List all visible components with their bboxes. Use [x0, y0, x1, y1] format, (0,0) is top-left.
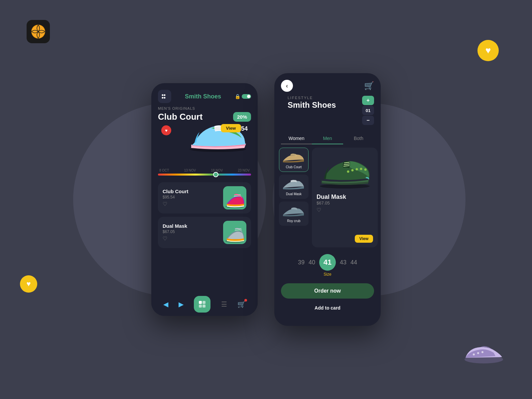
- nav-cart-icon[interactable]: 🛒: [237, 300, 246, 308]
- svg-point-2: [473, 353, 475, 355]
- svg-point-5: [162, 94, 164, 96]
- svg-point-7: [162, 97, 164, 99]
- p2-list-item-roy-crub[interactable]: Roy crub: [279, 201, 309, 226]
- order-now-button[interactable]: Order now: [281, 283, 374, 299]
- svg-point-6: [164, 94, 166, 96]
- phone-2: ‹ 🛒 LIFESTYLE Smith Shoes + 01 − Women M…: [274, 73, 381, 326]
- p2-header: ‹ 🛒: [274, 73, 381, 96]
- qty-plus-button[interactable]: +: [362, 96, 374, 105]
- p2-list-label-3: Roy crub: [287, 219, 300, 223]
- nav-cart-dot: [244, 299, 247, 302]
- toggle-switch[interactable]: [242, 94, 251, 99]
- p2-sizes: 39 40 41 43 44: [281, 254, 374, 271]
- date-nov13: 13 NOV: [184, 169, 196, 172]
- date-oct: 8 OCT: [159, 169, 169, 172]
- svg-point-31: [360, 168, 362, 170]
- p2-main-product-price: $67.05: [317, 200, 330, 205]
- p1-cards: Club Court $95.54 ♡: [151, 179, 258, 251]
- p2-cart-icon[interactable]: 🛒: [364, 81, 374, 90]
- p1-bottom-nav: ◀ ▶ ☰ 🛒: [151, 293, 258, 316]
- svg-rect-21: [199, 305, 202, 308]
- p1-header: Smith Shoes 🔒: [151, 83, 258, 106]
- p1-card-dual-mask[interactable]: Dual Mask $67.05 ♡: [158, 217, 251, 248]
- p1-card-info-2: Dual Mask $67.05 ♡: [163, 223, 223, 242]
- p2-brand-name: Smith Shoes: [288, 100, 336, 110]
- p1-menu-button[interactable]: [158, 90, 171, 103]
- tab-both[interactable]: Both: [343, 133, 374, 144]
- qty-minus-button[interactable]: −: [362, 116, 374, 125]
- date-nov18: 18 NOV: [211, 169, 223, 172]
- svg-point-3: [477, 352, 479, 354]
- add-to-card-button[interactable]: Add to card: [281, 301, 374, 315]
- p1-card-price-2: $67.05: [163, 229, 223, 234]
- basketball-icon: [27, 20, 50, 43]
- p1-shoe-area: ♥: [155, 122, 254, 165]
- svg-rect-22: [202, 305, 205, 308]
- p2-size-label: Size: [281, 272, 374, 277]
- size-41[interactable]: 41: [319, 254, 336, 271]
- heart-deco-right: ♥: [477, 40, 499, 61]
- p2-list-item-club-court[interactable]: Club Court: [279, 148, 309, 172]
- date-nov23: 23 NOV: [238, 169, 250, 172]
- p1-category: MEN'S ORIGINALS: [151, 106, 258, 110]
- phone-1: Smith Shoes 🔒 MEN'S ORIGINALS Club Court…: [151, 83, 258, 316]
- p2-main-shoe-image: [317, 156, 373, 190]
- nav-home-button[interactable]: [194, 296, 210, 313]
- p2-main-product-name: Dual Mask: [317, 194, 346, 200]
- p1-card-name-2: Dual Mask: [163, 223, 223, 229]
- slider-thumb[interactable]: [213, 172, 218, 177]
- p2-list-item-dual-mask[interactable]: Dual Mask: [279, 175, 309, 199]
- lock-icon: 🔒: [235, 94, 240, 99]
- p1-heart-icon[interactable]: ♥: [161, 125, 171, 135]
- svg-point-28: [347, 171, 349, 173]
- p2-tabs: Women Men Both: [274, 128, 381, 144]
- nav-forward-icon[interactable]: ▶: [179, 300, 184, 308]
- p2-brand-label: LIFESTYLE: [288, 96, 336, 100]
- p2-main-heart-icon[interactable]: ♡: [317, 207, 321, 213]
- svg-rect-20: [202, 301, 205, 304]
- size-39[interactable]: 39: [298, 259, 305, 266]
- tab-women[interactable]: Women: [281, 133, 312, 144]
- svg-point-29: [351, 169, 354, 172]
- p1-view-button[interactable]: View: [221, 124, 241, 132]
- p2-list-label-1: Club Court: [286, 165, 302, 169]
- p1-card-heart-1[interactable]: ♡: [163, 201, 223, 207]
- nav-back-icon[interactable]: ◀: [163, 300, 168, 308]
- date-labels: 8 OCT 13 NOV 18 NOV 23 NOV: [158, 169, 251, 172]
- p2-list-label-2: Dual Mask: [286, 192, 302, 196]
- p1-card-image-1: [223, 186, 246, 209]
- p2-top-row: LIFESTYLE Smith Shoes + 01 −: [274, 96, 381, 128]
- size-40[interactable]: 40: [309, 259, 315, 266]
- tab-men[interactable]: Men: [312, 133, 343, 144]
- qty-display: 01: [362, 106, 374, 115]
- p1-card-heart-2[interactable]: ♡: [163, 235, 223, 242]
- p2-list-shoe-3: [281, 204, 306, 218]
- svg-point-4: [481, 351, 483, 353]
- rainbow-track[interactable]: [158, 174, 251, 176]
- p2-list-shoe-1: [281, 151, 306, 164]
- p2-product-area: Club Court Dual Mask: [274, 144, 381, 251]
- p1-card-image-2: [223, 221, 246, 244]
- shoe-deco-bottom-right: [462, 341, 505, 366]
- p2-cta: Order now Add to card: [274, 280, 381, 318]
- back-chevron: ‹: [286, 82, 288, 89]
- p1-title: Smith Shoes: [185, 93, 221, 100]
- svg-point-30: [356, 168, 358, 171]
- p2-size-section: 39 40 41 43 44 Size: [274, 251, 381, 280]
- phones-container: Smith Shoes 🔒 MEN'S ORIGINALS Club Court…: [151, 73, 381, 326]
- svg-point-32: [364, 169, 367, 171]
- nav-filter-icon[interactable]: ☰: [221, 300, 227, 308]
- p1-card-name-1: Club Court: [163, 189, 223, 194]
- p2-back-button[interactable]: ‹: [281, 80, 293, 92]
- svg-rect-19: [199, 301, 202, 304]
- p1-lock: 🔒: [235, 94, 251, 99]
- p2-view-button[interactable]: View: [355, 235, 373, 243]
- p1-shoe-image: [185, 119, 251, 153]
- p1-card-club-court[interactable]: Club Court $95.54 ♡: [158, 182, 251, 213]
- size-43[interactable]: 43: [340, 259, 346, 266]
- p2-product-list: Club Court Dual Mask: [279, 148, 309, 247]
- p1-card-price-1: $95.54: [163, 195, 223, 200]
- size-44[interactable]: 44: [350, 259, 357, 266]
- svg-point-8: [164, 97, 166, 99]
- p2-brand-row: LIFESTYLE Smith Shoes: [281, 96, 342, 110]
